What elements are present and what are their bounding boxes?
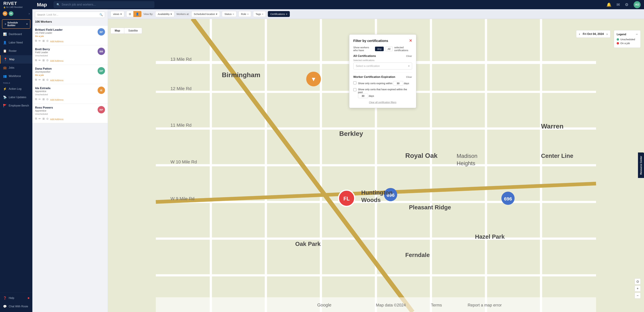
add-to-job-icon[interactable]: ⊞: [42, 78, 44, 81]
target-icon[interactable]: ⊙: [46, 78, 48, 81]
svg-text:Huntington: Huntington: [361, 189, 392, 196]
availability-label: Availability: [158, 12, 170, 16]
cert-expiry-label: Worker Certification Expiration: [353, 75, 395, 79]
external-link-icon[interactable]: ⧉: [35, 78, 37, 81]
edit-icon[interactable]: ✏: [38, 78, 41, 81]
prev-date-arrow[interactable]: ‹: [579, 32, 580, 36]
add-to-job-icon[interactable]: ⊞: [42, 117, 44, 120]
worker-search-box[interactable]: Search 🔍: [35, 12, 105, 18]
sidebar-item-dashboard[interactable]: 📊 Dashboard: [0, 30, 32, 38]
group-tag-se[interactable]: SE: [9, 11, 14, 16]
sidebar-item-labor-updates[interactable]: 📡 Labor Updates: [0, 93, 32, 102]
views-chevron-icon: ▾: [120, 12, 122, 16]
sidebar-item-roster[interactable]: 📋 Roster: [0, 47, 32, 55]
status-filter-icon: ≡: [232, 13, 234, 16]
target-icon[interactable]: ⊙: [46, 39, 48, 42]
legend-title: Legend −: [617, 32, 638, 36]
legend-dot-green: [617, 38, 619, 40]
cert-all-certs-label: All Certifications: [353, 54, 376, 58]
worker-status: On a job: [35, 74, 96, 76]
cert-check2-checkbox[interactable]: [353, 88, 356, 91]
add-address-btn[interactable]: Add Address: [50, 118, 64, 120]
edit-icon[interactable]: ✏: [38, 39, 41, 42]
add-address-btn[interactable]: Add Address: [50, 98, 64, 101]
cert-check1-label: Show only certs expiring within days: [358, 81, 409, 86]
certifications-button[interactable]: Certifications ≡: [268, 11, 290, 17]
worker-avatar: DP: [98, 67, 105, 74]
cert-all-clear-btn[interactable]: Clear: [406, 55, 412, 57]
role-label: Role: [241, 12, 246, 16]
help-notification-dot: [28, 297, 29, 299]
legend-collapse-icon[interactable]: −: [636, 32, 638, 36]
employee-bench-icon: 🚩: [3, 104, 7, 108]
gear-icon[interactable]: ⚙: [625, 2, 628, 7]
next-date-arrow[interactable]: ›: [606, 32, 608, 36]
locate-me-btn[interactable]: ⊙: [634, 278, 641, 284]
target-icon[interactable]: ⊙: [46, 117, 48, 120]
mail-icon[interactable]: ✉: [616, 2, 620, 7]
dashboard-icon: 📊: [3, 32, 7, 36]
legend-item-unscheduled: Unscheduled: [617, 38, 638, 41]
grid-view-btn[interactable]: ⊞: [126, 11, 133, 17]
zoom-in-btn[interactable]: +: [634, 286, 641, 292]
sidebar-item-jobs[interactable]: 💼 Jobs: [0, 64, 32, 72]
search-bar[interactable]: 🔍: [54, 1, 154, 8]
edit-icon[interactable]: ✏: [38, 59, 41, 62]
sidebar-expand-arrow[interactable]: ›: [29, 12, 30, 16]
sidebar-item-workforce[interactable]: 👥 Workforce: [0, 72, 32, 80]
tab-map[interactable]: Map: [111, 28, 124, 34]
user-avatar[interactable]: AO: [634, 1, 641, 8]
group-tag-ol[interactable]: OL: [3, 11, 8, 16]
map-area: views ▾ ⊞ 👤 View By: Availability ▾ Work…: [108, 9, 644, 312]
cert-clear-all-btn[interactable]: Clear all certification filters: [369, 101, 396, 104]
add-to-job-icon[interactable]: ⊞: [42, 59, 44, 62]
target-icon[interactable]: ⊙: [46, 59, 48, 62]
action-log-icon: ⚡: [3, 87, 7, 91]
worker-search-input[interactable]: [46, 13, 98, 16]
external-link-icon[interactable]: ⧉: [35, 39, 37, 42]
cert-toggle-all-button[interactable]: All: [386, 47, 392, 51]
external-link-icon[interactable]: ⧉: [35, 117, 37, 120]
bell-icon[interactable]: 🔔: [606, 2, 612, 7]
tab-satellite[interactable]: Satellite: [124, 28, 142, 34]
add-address-btn[interactable]: Add Address: [50, 40, 64, 43]
add-to-job-icon[interactable]: ⊞: [42, 98, 44, 101]
role-button[interactable]: Role ≡: [238, 11, 251, 17]
add-to-job-icon[interactable]: ⊞: [42, 39, 44, 42]
cert-check1-checkbox[interactable]: [353, 81, 356, 84]
cert-dropdown[interactable]: Select a certification ▾: [353, 62, 412, 70]
availability-button[interactable]: Availability ▾: [155, 11, 174, 17]
external-link-icon[interactable]: ⧉: [35, 59, 37, 62]
add-address-btn[interactable]: Add Address: [50, 79, 64, 82]
target-icon[interactable]: ⊙: [46, 98, 48, 101]
brand-org: LMD Revisited: [10, 6, 22, 8]
labor-need-icon: 👤: [3, 41, 7, 44]
edit-icon[interactable]: ✏: [38, 117, 41, 120]
sidebar-item-map[interactable]: 📍 Map: [0, 55, 32, 64]
zoom-out-btn[interactable]: −: [634, 292, 641, 298]
cert-check2-days-input[interactable]: [358, 94, 368, 98]
page-title: Map: [37, 2, 47, 8]
cert-modal-close-button[interactable]: ✕: [409, 38, 412, 43]
list-view-btn[interactable]: 👤: [133, 11, 142, 17]
add-address-btn[interactable]: Add Address: [50, 60, 64, 62]
schedule-builder-button[interactable]: ≡ Schedule Builder +: [2, 19, 30, 29]
tags-button[interactable]: Tags ≡: [253, 11, 266, 17]
cert-check1-days-input[interactable]: [393, 81, 403, 86]
sidebar-item-action-log[interactable]: ⚡ Action Log: [0, 85, 32, 93]
svg-text:Berkley: Berkley: [339, 130, 363, 137]
cert-toggle-suffix: selected certifications: [394, 46, 412, 52]
scheduled-location-button[interactable]: Scheduled location ▾: [191, 11, 220, 17]
edit-icon[interactable]: ✏: [38, 98, 41, 101]
cert-toggle-any-button[interactable]: Any: [375, 47, 384, 51]
sidebar-item-help[interactable]: ❓ Help: [0, 294, 32, 302]
status-button[interactable]: Status ≡: [222, 11, 236, 17]
external-link-icon[interactable]: ⧉: [35, 98, 37, 101]
sidebar-item-employee-bench[interactable]: 🚩 Employee Bench: [0, 102, 32, 110]
views-button[interactable]: views ▾: [110, 11, 124, 17]
resource-center-tab[interactable]: Resource Center: [638, 152, 644, 178]
sidebar-item-labor-need[interactable]: 👤 Labor Need: [0, 38, 32, 47]
search-input[interactable]: [62, 3, 152, 6]
sidebar-item-chat-rosie[interactable]: 💬 Chat With Rosie: [0, 302, 32, 311]
cert-expiry-clear-btn[interactable]: Clear: [406, 76, 412, 78]
